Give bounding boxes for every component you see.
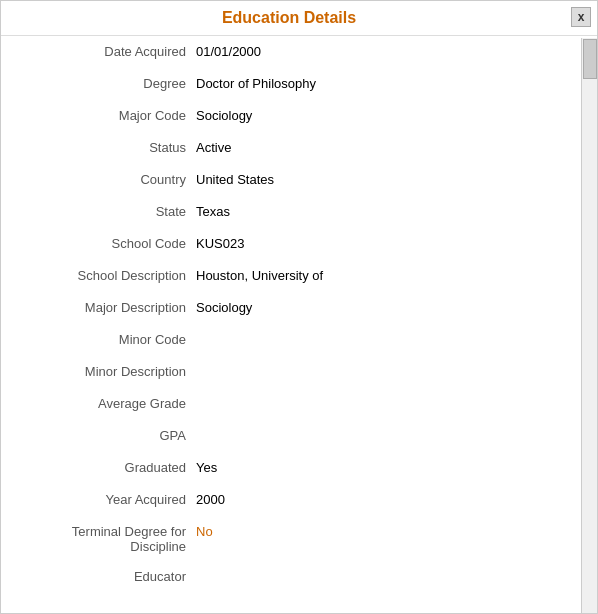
education-details-dialog: Education Details x Date Acquired01/01/2… <box>0 0 598 614</box>
field-row: Educator <box>11 561 561 593</box>
dialog-title: Education Details <box>222 9 356 26</box>
field-value: KUS023 <box>196 235 561 251</box>
field-row: Date Acquired01/01/2000 <box>11 36 561 68</box>
field-label: Minor Description <box>11 363 196 379</box>
field-value: Active <box>196 139 561 155</box>
field-row: Major DescriptionSociology <box>11 292 561 324</box>
field-row: Minor Description <box>11 356 561 388</box>
field-value <box>196 395 561 396</box>
field-row: StateTexas <box>11 196 561 228</box>
field-label: Year Acquired <box>11 491 196 507</box>
field-row: CountryUnited States <box>11 164 561 196</box>
field-label: Educator <box>11 568 196 584</box>
field-row: DegreeDoctor of Philosophy <box>11 68 561 100</box>
field-label: State <box>11 203 196 219</box>
field-value: No <box>196 523 561 539</box>
field-label: Minor Code <box>11 331 196 347</box>
field-label: School Description <box>11 267 196 283</box>
field-row: Terminal Degree forDisciplineNo <box>11 516 561 561</box>
field-row: GraduatedYes <box>11 452 561 484</box>
field-label: GPA <box>11 427 196 443</box>
field-label: Major Code <box>11 107 196 123</box>
field-label: Country <box>11 171 196 187</box>
dialog-header: Education Details x <box>1 1 597 36</box>
content-area: Date Acquired01/01/2000DegreeDoctor of P… <box>1 36 581 593</box>
field-row: Minor Code <box>11 324 561 356</box>
field-label: Graduated <box>11 459 196 475</box>
field-label: Terminal Degree forDiscipline <box>11 523 196 554</box>
field-value: United States <box>196 171 561 187</box>
field-row: StatusActive <box>11 132 561 164</box>
field-label: Status <box>11 139 196 155</box>
field-value: Yes <box>196 459 561 475</box>
field-value: Houston, University of <box>196 267 561 283</box>
field-value: Doctor of Philosophy <box>196 75 561 91</box>
field-row: Average Grade <box>11 388 561 420</box>
field-row: Year Acquired2000 <box>11 484 561 516</box>
scrollbar-track[interactable] <box>581 38 597 613</box>
close-button[interactable]: x <box>571 7 591 27</box>
field-label: Average Grade <box>11 395 196 411</box>
field-value <box>196 427 561 428</box>
field-label: Degree <box>11 75 196 91</box>
field-value <box>196 363 561 364</box>
field-value: 2000 <box>196 491 561 507</box>
field-row: School DescriptionHouston, University of <box>11 260 561 292</box>
field-label: Date Acquired <box>11 43 196 59</box>
field-value <box>196 331 561 332</box>
field-value: Sociology <box>196 299 561 315</box>
field-value: 01/01/2000 <box>196 43 561 59</box>
field-value <box>196 568 561 569</box>
field-label: Major Description <box>11 299 196 315</box>
field-value: Sociology <box>196 107 561 123</box>
field-row: Major CodeSociology <box>11 100 561 132</box>
field-label: School Code <box>11 235 196 251</box>
scrollbar-thumb[interactable] <box>583 39 597 79</box>
field-row: School CodeKUS023 <box>11 228 561 260</box>
field-row: GPA <box>11 420 561 452</box>
field-value: Texas <box>196 203 561 219</box>
